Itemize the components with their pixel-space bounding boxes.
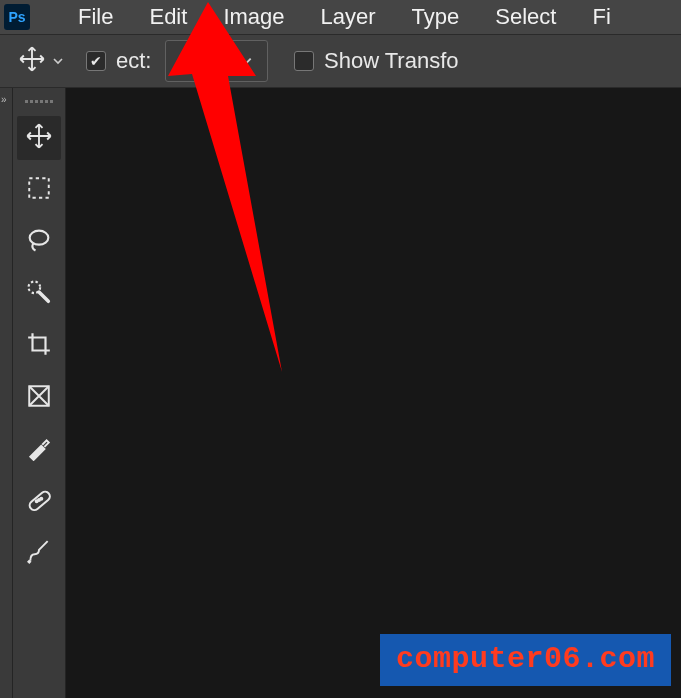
- work-area: »: [0, 88, 681, 698]
- brush-tool[interactable]: [17, 532, 61, 576]
- menu-file[interactable]: File: [60, 4, 131, 30]
- tools-panel: [13, 88, 66, 698]
- auto-select-label-truncated: ect:: [116, 48, 151, 74]
- lasso-tool[interactable]: [17, 220, 61, 264]
- menu-layer[interactable]: Layer: [303, 4, 394, 30]
- menu-image[interactable]: Image: [205, 4, 302, 30]
- checkmark-icon: ✔: [90, 54, 102, 68]
- menu-edit[interactable]: Edit: [131, 4, 205, 30]
- auto-select-checkbox[interactable]: ✔: [86, 51, 106, 71]
- document-canvas[interactable]: computer06.com: [66, 88, 681, 698]
- menu-fi-truncated[interactable]: Fi: [574, 4, 628, 30]
- auto-select-checkbox-group: ✔ ect:: [86, 48, 151, 74]
- menu-bar: Ps File Edit Image Layer Type Select Fi: [0, 0, 681, 35]
- svg-point-7: [38, 499, 40, 501]
- frame-icon: [26, 383, 52, 413]
- quick-selection-tool[interactable]: [17, 272, 61, 316]
- crop-icon: [26, 331, 52, 361]
- brush-icon: [26, 539, 52, 569]
- svg-rect-0: [29, 178, 49, 198]
- rectangular-marquee-tool[interactable]: [17, 168, 61, 212]
- eyedropper-icon: [26, 435, 52, 465]
- frame-tool[interactable]: [17, 376, 61, 420]
- bandage-icon: [25, 486, 53, 518]
- move-icon: [18, 45, 46, 77]
- layer-group-dropdown[interactable]: Layer: [165, 40, 268, 82]
- move-icon: [25, 122, 53, 154]
- eyedropper-tool[interactable]: [17, 428, 61, 472]
- lasso-icon: [25, 226, 53, 258]
- show-transform-checkbox-group: Show Transfo: [294, 48, 459, 74]
- menu-select[interactable]: Select: [477, 4, 574, 30]
- move-tool-button[interactable]: [18, 42, 64, 80]
- quick-selection-icon: [25, 278, 53, 310]
- panel-grip[interactable]: [21, 96, 57, 106]
- watermark-overlay: computer06.com: [380, 634, 671, 686]
- svg-point-1: [30, 231, 49, 245]
- dropdown-value: Layer: [180, 49, 233, 73]
- app-logo: Ps: [4, 4, 30, 30]
- expand-chevrons-icon: »: [0, 88, 12, 111]
- show-transform-label-truncated: Show Transfo: [324, 48, 459, 74]
- chevron-down-icon: [239, 54, 253, 68]
- menu-type[interactable]: Type: [394, 4, 478, 30]
- move-tool[interactable]: [17, 116, 61, 160]
- chevron-down-icon: [52, 55, 64, 67]
- marquee-icon: [26, 175, 52, 205]
- show-transform-checkbox[interactable]: [294, 51, 314, 71]
- panel-collapse-gutter[interactable]: »: [0, 88, 13, 698]
- options-bar: ✔ ect: Layer Show Transfo: [0, 35, 681, 88]
- crop-tool[interactable]: [17, 324, 61, 368]
- healing-brush-tool[interactable]: [17, 480, 61, 524]
